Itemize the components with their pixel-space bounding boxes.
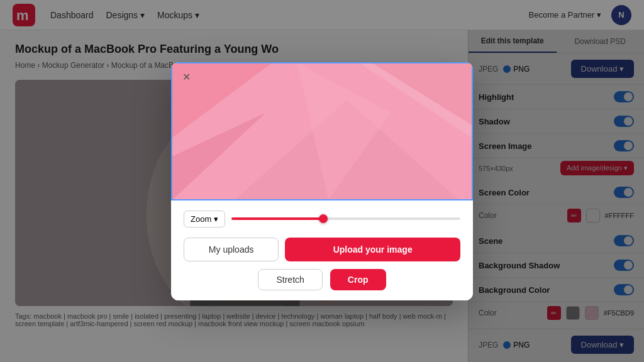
zoom-slider-fill (231, 217, 323, 220)
modal-close-button[interactable]: ✕ (179, 70, 194, 85)
stretch-button[interactable]: Stretch (258, 269, 322, 290)
zoom-select[interactable]: Zoom ▾ (184, 211, 225, 228)
modal-action-row: Stretch Crop (184, 269, 460, 290)
zoom-slider[interactable] (231, 217, 460, 220)
zoom-label: Zoom (191, 214, 211, 224)
modal-image-area: YOUR IMAGE HERE m (171, 62, 473, 200)
zoom-row: Zoom ▾ (184, 211, 460, 228)
upload-image-button[interactable]: Upload your image (285, 238, 460, 261)
modal-buttons-row: My uploads Upload your image (184, 238, 460, 261)
modal-backdrop[interactable]: ✕ YOUR IMAGE HERE (0, 0, 644, 362)
zoom-slider-thumb[interactable] (319, 214, 328, 223)
zoom-chevron-icon: ▾ (214, 214, 218, 224)
image-upload-modal: ✕ YOUR IMAGE HERE (171, 62, 473, 300)
my-uploads-button[interactable]: My uploads (184, 238, 279, 261)
modal-controls: Zoom ▾ My uploads Upload your image Stre… (171, 200, 473, 300)
crop-button[interactable]: Crop (330, 269, 386, 290)
